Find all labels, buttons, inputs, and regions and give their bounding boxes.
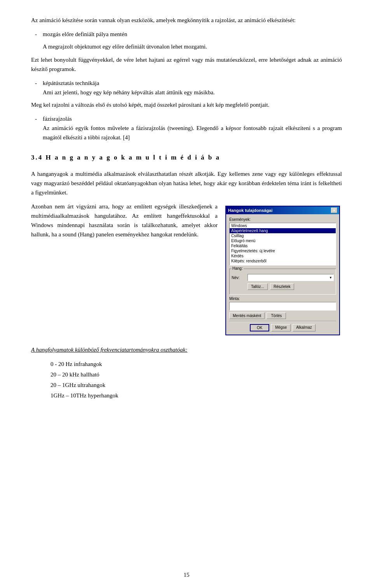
reszletek-button[interactable]: Részletek	[270, 283, 294, 290]
two-col-layout: Azonban nem árt vigyázni arra, hogy az e…	[31, 202, 342, 335]
bullet-content-3: fázisrajzolás Az animáció egyik fontos m…	[43, 114, 342, 142]
hang-group-label: Hang:	[232, 266, 244, 271]
list-item-3: 20 – 1GHz ultrahangok	[51, 380, 342, 390]
dialog-titlebar: Hangok tulajdonságai ×	[226, 206, 339, 214]
bullet-dash-3: -	[31, 114, 43, 142]
megse-button[interactable]: Mégse	[271, 324, 291, 331]
section-para-1: A hanganyagok a multimédia alkalmazások …	[31, 169, 342, 197]
bullet-dash-1: -	[31, 29, 43, 39]
mentes-button[interactable]: Mentés másként	[229, 312, 265, 319]
list-item-alapertelmezett[interactable]: Alapértelmezett hang	[230, 228, 336, 233]
underline-heading: A hangfolyamatok különböző frekvenciatar…	[31, 345, 342, 354]
nev-label: Név:	[232, 276, 245, 280]
bullet-content-2: képátúsztatás technikája Ami azt jelenti…	[43, 78, 342, 97]
list-item-windows[interactable]: Windows	[230, 223, 336, 228]
bullet-label-3: fázisrajzolás	[43, 116, 72, 122]
torles-button[interactable]: Törlés	[267, 312, 286, 319]
talloz-row: Tallóz... Részletek	[232, 283, 334, 290]
page-number: 15	[31, 572, 342, 578]
bullet-sub-1: A megrajzolt objektumot egy előre defini…	[31, 42, 342, 51]
dialog-title-buttons: ×	[331, 208, 337, 213]
list-item-figyelmeztes[interactable]: Figyelmeztetés: új levélre	[230, 248, 336, 253]
bullet-item-1: - mozgás előre definiált pálya mentén	[31, 29, 342, 39]
list-item-felkialtas[interactable]: Felkiáltás	[230, 243, 336, 248]
minta-box	[229, 302, 336, 310]
paragraph-1: Az animáció készítése során vannak olyan…	[31, 16, 342, 25]
section-para-2: Azonban nem árt vigyázni arra, hogy az e…	[31, 202, 218, 239]
bullet-content-1: mozgás előre definiált pálya mentén	[43, 29, 342, 39]
ok-button[interactable]: OK	[250, 324, 269, 331]
section-heading-3-4: 3.4 H a n g a n y a g o k a m u l t i m …	[31, 154, 342, 161]
paragraph-3: Meg kel rajzolni a változás első és utol…	[31, 100, 342, 109]
frequency-list: 0 - 20 Hz infrahangok 20 – 20 kHz hallha…	[31, 359, 342, 401]
dialog-image: Hangok tulajdonságai × Események: Window…	[225, 206, 342, 335]
bullet-sub-content-1: A megrajzolt objektumot egy előre defini…	[43, 42, 342, 51]
dialog-title: Hangok tulajdonságai	[228, 208, 272, 213]
main-buttons: OK Mégse Alkalmaz	[229, 324, 336, 331]
minta-label: Minta:	[229, 297, 336, 301]
paragraph-2: Ezt lehet bonyolult függvényekkel, de vé…	[31, 55, 342, 74]
hang-group: Hang: Név: ▼ Tallóz... Részl	[229, 269, 336, 295]
talloz-button[interactable]: Tallóz...	[248, 283, 268, 290]
events-label: Események:	[229, 217, 336, 222]
list-item-kilepes[interactable]: Kilépés: rendszerből	[230, 258, 336, 264]
list-item-1: 0 - 20 Hz infrahangok	[51, 359, 342, 369]
bullet-item-3: - fázisrajzolás Az animáció egyik fontos…	[31, 114, 342, 142]
two-col-text: Azonban nem árt vigyázni arra, hogy az e…	[31, 202, 218, 239]
bullet-dash-2: -	[31, 78, 43, 97]
events-listbox[interactable]: Windows Alapértelmezett hang Csilllag El…	[229, 223, 336, 265]
list-item-kerdes[interactable]: Kérdés	[230, 253, 336, 258]
bullet-item-2: - képátúsztatás technikája Ami azt jelen…	[31, 78, 342, 97]
windows-dialog: Hangok tulajdonságai × Események: Window…	[225, 206, 340, 335]
dialog-body: Események: Windows Alapértelmezett hang …	[226, 214, 339, 335]
list-item-elougro[interactable]: Előugró menü	[230, 238, 336, 243]
nev-row: Név: ▼	[232, 274, 334, 281]
dropdown-arrow: ▼	[329, 276, 332, 279]
secondary-buttons: Mentés másként Törlés	[229, 312, 336, 319]
alkalmaz-button[interactable]: Alkalmaz	[293, 324, 315, 331]
dialog-close-btn[interactable]: ×	[331, 208, 337, 213]
bullet-text-3: Az animáció egyik fontos művelete a fázi…	[43, 125, 342, 140]
list-item-csillag[interactable]: Csilllag	[230, 233, 336, 238]
bullet-label-2: képátúsztatás technikája	[43, 80, 99, 86]
list-item-2: 20 – 20 kHz hallható	[51, 369, 342, 380]
bullet-text-2: Ami azt jelenti, hogy egy kép néhány kép…	[43, 89, 215, 95]
list-item-4: 1GHz – 10THz hyperhangok	[51, 390, 342, 401]
dialog-separator	[229, 321, 336, 322]
nev-dropdown[interactable]: ▼	[248, 274, 334, 281]
